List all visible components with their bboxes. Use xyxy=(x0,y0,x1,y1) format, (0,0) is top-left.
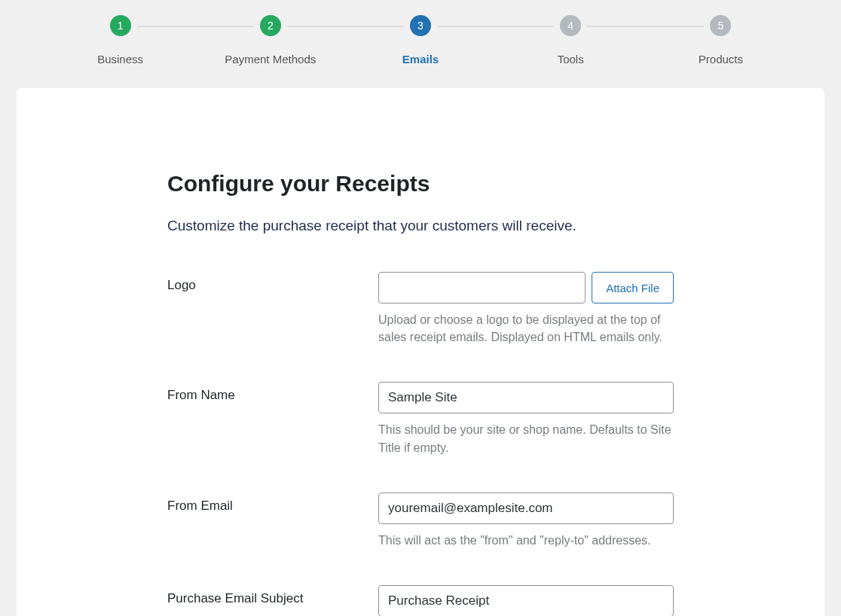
page-subtitle: Customize the purchase receipt that your… xyxy=(167,218,674,234)
step-connector xyxy=(437,26,496,27)
help-from-name: This should be your site or shop name. D… xyxy=(378,421,674,456)
step-connector xyxy=(287,26,346,27)
step-connector xyxy=(137,26,196,27)
page-title: Configure your Receipts xyxy=(167,171,674,197)
field-purchase-subject: Enter the subject line for the purchase … xyxy=(378,585,674,616)
row-from-email: From Email This will act as the "from" a… xyxy=(167,492,674,549)
step-payment-methods[interactable]: 2 Payment Methods xyxy=(195,15,345,66)
label-purchase-subject: Purchase Email Subject xyxy=(167,585,378,606)
content-card: Configure your Receipts Customize the pu… xyxy=(17,88,824,616)
step-products[interactable]: 5 Products xyxy=(646,15,796,66)
help-from-email: This will act as the "from" and "reply-t… xyxy=(378,532,674,549)
row-purchase-subject: Purchase Email Subject Enter the subject… xyxy=(167,585,674,616)
field-from-email: This will act as the "from" and "reply-t… xyxy=(378,492,674,549)
field-from-name: This should be your site or shop name. D… xyxy=(378,382,674,456)
step-circle: 5 xyxy=(710,15,731,36)
step-business[interactable]: 1 Business xyxy=(45,15,195,66)
label-from-email: From Email xyxy=(167,492,378,514)
field-logo: Attach File Upload or choose a logo to b… xyxy=(378,272,674,346)
label-logo: Logo xyxy=(167,272,378,293)
step-circle: 3 xyxy=(410,15,431,36)
attach-file-button[interactable]: Attach File xyxy=(592,272,674,303)
row-from-name: From Name This should be your site or sh… xyxy=(167,382,674,456)
step-label: Emails xyxy=(402,53,439,66)
step-label: Business xyxy=(97,53,143,66)
from-email-input[interactable] xyxy=(378,492,674,524)
row-logo: Logo Attach File Upload or choose a logo… xyxy=(167,272,674,346)
step-label: Products xyxy=(699,53,743,66)
step-connector xyxy=(587,26,646,27)
logo-input[interactable] xyxy=(378,272,586,303)
logo-input-wrap: Attach File xyxy=(378,272,674,303)
step-label: Payment Methods xyxy=(225,53,316,66)
from-name-input[interactable] xyxy=(378,382,674,413)
step-connector xyxy=(496,26,555,27)
step-connector xyxy=(646,26,705,27)
step-circle: 1 xyxy=(110,15,131,36)
help-logo: Upload or choose a logo to be displayed … xyxy=(378,311,674,346)
purchase-subject-input[interactable] xyxy=(378,585,674,616)
step-tools[interactable]: 4 Tools xyxy=(496,15,646,66)
step-connector xyxy=(195,26,254,27)
step-circle: 4 xyxy=(560,15,581,36)
step-emails[interactable]: 3 Emails xyxy=(345,15,495,66)
setup-stepper: 1 Business 2 Payment Methods 3 Emails 4 … xyxy=(0,0,841,88)
label-from-name: From Name xyxy=(167,382,378,403)
step-connector xyxy=(345,26,404,27)
step-label: Tools xyxy=(558,53,584,66)
step-circle: 2 xyxy=(260,15,281,36)
